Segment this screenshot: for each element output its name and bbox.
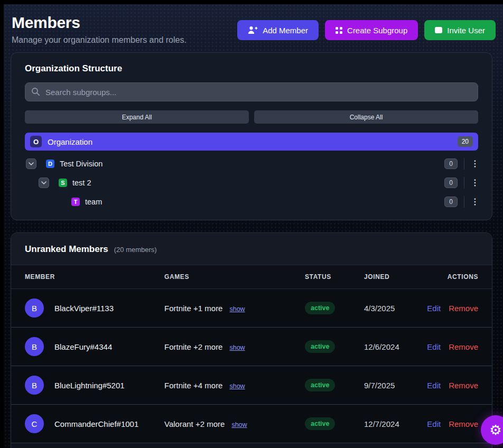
node-label: test 2 xyxy=(72,179,91,187)
column-header-member: MEMBER xyxy=(25,273,164,281)
org-member-count-badge: 20 xyxy=(458,136,473,147)
create-subgroup-label: Create Subgroup xyxy=(347,26,407,35)
table-row: B BlueLightning#5201 Fortnite +4 more sh… xyxy=(11,366,492,405)
organization-structure-title: Organization Structure xyxy=(25,63,478,74)
tree-controls: Expand All Collapse All xyxy=(25,110,478,124)
window-edge-left xyxy=(0,0,4,448)
subgroup-search xyxy=(25,82,478,101)
person-plus-icon xyxy=(248,26,258,34)
member-games: Fortnite +1 more xyxy=(164,304,222,313)
organization-structure-card: Organization Structure Expand All Collap… xyxy=(11,52,492,220)
invite-user-label: Invite User xyxy=(447,26,485,35)
remove-link[interactable]: Remove xyxy=(449,342,478,351)
member-games: Fortnite +4 more xyxy=(164,381,222,390)
status-badge: active xyxy=(305,340,335,353)
joined-date: 12/7/2024 xyxy=(364,419,421,428)
edit-link[interactable]: Edit xyxy=(427,419,441,428)
unranked-members-header: Unranked Members (20 members) xyxy=(11,233,492,265)
avatar: C xyxy=(25,414,44,433)
mail-icon xyxy=(435,27,442,33)
node-member-count-badge: 0 xyxy=(444,178,458,188)
member-name: CommanderChief#1001 xyxy=(54,419,138,428)
joined-date: 12/6/2024 xyxy=(364,342,421,351)
expand-all-button[interactable]: Expand All xyxy=(25,110,249,124)
org-type-badge: O xyxy=(30,136,42,147)
search-subgroups-input[interactable] xyxy=(25,82,478,101)
chevron-down-icon[interactable] xyxy=(39,178,49,188)
status-badge: active xyxy=(305,379,335,391)
unranked-members-title: Unranked Members xyxy=(25,244,108,255)
table-row: B BlackViper#1133 Fortnite +1 more show … xyxy=(11,289,492,328)
show-games-link[interactable]: show xyxy=(229,344,245,351)
member-games: Valorant +2 more xyxy=(164,419,225,428)
member-name: BlackViper#1133 xyxy=(54,304,114,313)
node-type-badge: T xyxy=(71,198,80,206)
collapse-all-button[interactable]: Collapse All xyxy=(254,110,478,124)
remove-link[interactable]: Remove xyxy=(449,304,478,313)
avatar: B xyxy=(25,298,44,318)
column-header-actions: ACTIONS xyxy=(421,273,478,281)
member-games: Fortnite +2 more xyxy=(164,342,222,351)
kebab-menu-icon[interactable]: ⋮ xyxy=(471,198,478,206)
member-name: BlueLightning#5201 xyxy=(54,381,125,390)
tree-node-row[interactable]: T team 0 ⋮ xyxy=(25,192,478,211)
divider xyxy=(464,196,464,208)
node-label: Test Division xyxy=(60,160,103,168)
table-row: B BlazeFury#4344 Fortnite +2 more show a… xyxy=(11,328,492,366)
joined-date: 4/3/2025 xyxy=(364,304,421,313)
header-actions: Add Member Create Subgroup Invite User xyxy=(237,20,496,40)
node-label: team xyxy=(85,198,102,206)
edit-link[interactable]: Edit xyxy=(427,304,441,313)
add-member-button[interactable]: Add Member xyxy=(237,20,319,40)
show-games-link[interactable]: show xyxy=(231,421,247,428)
tree-node-row[interactable]: D Test Division 0 ⋮ xyxy=(25,154,478,173)
kebab-menu-icon[interactable]: ⋮ xyxy=(471,179,478,187)
window-edge-top xyxy=(0,0,503,4)
edit-link[interactable]: Edit xyxy=(427,381,441,390)
page-header: Members Manage your organization members… xyxy=(4,4,503,45)
show-games-link[interactable]: show xyxy=(229,382,245,390)
chevron-down-icon[interactable] xyxy=(26,158,36,169)
members-table-body: B BlackViper#1133 Fortnite +1 more show … xyxy=(11,289,492,443)
divider xyxy=(464,177,464,189)
tree-node-row[interactable]: S test 2 0 ⋮ xyxy=(25,173,478,192)
edit-link[interactable]: Edit xyxy=(427,342,441,351)
status-badge: active xyxy=(305,302,335,314)
invite-user-button[interactable]: Invite User xyxy=(424,20,496,40)
status-badge: active xyxy=(305,417,335,430)
divider xyxy=(464,158,464,170)
show-games-link[interactable]: show xyxy=(229,305,245,313)
search-icon xyxy=(31,87,40,98)
members-table-header: MEMBER GAMES STATUS JOINED ACTIONS xyxy=(11,265,492,289)
kebab-menu-icon[interactable]: ⋮ xyxy=(471,160,478,168)
unranked-members-card: Unranked Members (20 members) MEMBER GAM… xyxy=(11,232,492,448)
table-row: C CommanderChief#1001 Valorant +2 more s… xyxy=(11,405,492,443)
gear-icon: ⚙︎ xyxy=(489,422,501,438)
joined-date: 9/7/2025 xyxy=(364,381,421,390)
tree-node-organization[interactable]: O Organization 20 xyxy=(25,133,478,151)
members-page: Members Manage your organization members… xyxy=(4,4,503,448)
node-member-count-badge: 0 xyxy=(444,197,458,207)
node-type-badge: S xyxy=(59,179,67,187)
subgroup-tree: D Test Division 0 ⋮ S test 2 0 ⋮ T team … xyxy=(25,154,478,211)
add-member-label: Add Member xyxy=(263,26,308,35)
org-node-label: Organization xyxy=(48,137,92,146)
create-subgroup-button[interactable]: Create Subgroup xyxy=(325,20,418,40)
remove-link[interactable]: Remove xyxy=(449,419,478,428)
avatar: B xyxy=(25,337,44,356)
member-name: BlazeFury#4344 xyxy=(54,342,112,351)
column-header-joined: JOINED xyxy=(364,273,421,281)
grid-icon xyxy=(336,27,342,34)
avatar: B xyxy=(25,376,44,395)
node-type-badge: D xyxy=(46,160,54,168)
column-header-status: STATUS xyxy=(305,273,364,281)
members-count-label: (20 members) xyxy=(114,246,157,254)
column-header-games: GAMES xyxy=(164,273,305,281)
remove-link[interactable]: Remove xyxy=(449,381,478,390)
node-member-count-badge: 0 xyxy=(444,158,458,169)
